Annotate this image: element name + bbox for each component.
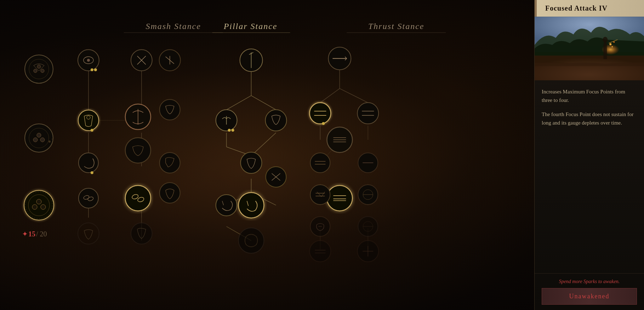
svg-text:✦: ✦ xyxy=(22,230,28,238)
svg-point-66 xyxy=(160,99,180,120)
svg-point-77 xyxy=(160,183,180,203)
smash-stance-header: Smash Stance xyxy=(146,22,201,31)
svg-point-79 xyxy=(131,223,152,244)
svg-point-78 xyxy=(78,223,99,244)
svg-point-7 xyxy=(41,69,44,73)
svg-point-67 xyxy=(125,138,151,163)
pillar-stance-header: Pillar Stance xyxy=(223,22,278,31)
svg-point-6 xyxy=(34,69,37,73)
svg-point-133 xyxy=(309,241,331,262)
svg-point-19 xyxy=(41,205,46,209)
info-panel: Focused Attack IV xyxy=(534,0,644,310)
unawakened-button[interactable]: Unawakened xyxy=(542,288,637,305)
info-description: Increases Maximum Focus Points from thre… xyxy=(535,80,644,273)
info-bottom: Spend more Sparks to awaken. Unawakened xyxy=(535,273,644,310)
skill-tree-area: Smash Stance Pillar Stance Thrust Stance xyxy=(0,0,534,310)
info-screenshot xyxy=(535,17,644,80)
svg-point-92 xyxy=(216,195,237,216)
svg-point-15 xyxy=(52,138,53,140)
description-2: The fourth Focus Point does not sustain … xyxy=(542,110,637,127)
description-1: Increases Maximum Focus Points from thre… xyxy=(542,87,637,104)
thrust-stance-header: Thrust Stance xyxy=(368,22,424,31)
svg-point-18 xyxy=(32,205,37,209)
screenshot-content xyxy=(535,17,644,80)
info-title: Focused Attack IV xyxy=(542,4,637,12)
svg-point-102 xyxy=(309,103,331,124)
svg-point-13 xyxy=(37,133,41,137)
svg-point-74 xyxy=(125,185,151,211)
skill-tree-svg: Smash Stance Pillar Stance Thrust Stance xyxy=(0,0,534,310)
svg-point-8 xyxy=(37,65,41,68)
svg-point-20 xyxy=(36,199,41,204)
svg-point-68 xyxy=(79,153,98,173)
svg-point-113 xyxy=(310,153,330,173)
svg-text:/ 20: / 20 xyxy=(36,230,47,238)
svg-point-11 xyxy=(33,138,38,142)
svg-point-118 xyxy=(327,185,352,211)
svg-point-53 xyxy=(91,68,93,71)
svg-point-14 xyxy=(49,140,51,143)
svg-point-145 xyxy=(603,37,608,42)
svg-point-85 xyxy=(228,129,231,132)
svg-text:15: 15 xyxy=(28,230,35,238)
svg-point-146 xyxy=(609,43,611,45)
svg-point-122 xyxy=(310,185,330,205)
svg-point-94 xyxy=(239,193,264,218)
svg-point-148 xyxy=(611,46,613,47)
info-title-bar: Focused Attack IV xyxy=(535,0,644,17)
svg-point-69 xyxy=(91,171,93,174)
svg-point-87 xyxy=(266,110,287,131)
svg-point-16 xyxy=(24,190,54,220)
svg-point-65 xyxy=(91,129,93,132)
svg-rect-0 xyxy=(0,0,534,310)
svg-point-105 xyxy=(322,122,325,125)
svg-point-70 xyxy=(160,153,180,173)
screenshot-svg xyxy=(535,17,644,80)
svg-point-106 xyxy=(357,103,378,124)
svg-point-61 xyxy=(78,110,99,131)
awaken-prompt: Spend more Sparks to awaken. xyxy=(542,279,637,285)
svg-point-147 xyxy=(613,41,615,43)
svg-point-52 xyxy=(87,59,90,62)
svg-point-12 xyxy=(40,138,45,142)
main-layout: Smash Stance Pillar Stance Thrust Stance xyxy=(0,0,644,310)
svg-point-88 xyxy=(241,152,262,173)
svg-point-54 xyxy=(94,68,97,71)
svg-point-96 xyxy=(239,228,264,253)
svg-point-86 xyxy=(232,129,234,132)
